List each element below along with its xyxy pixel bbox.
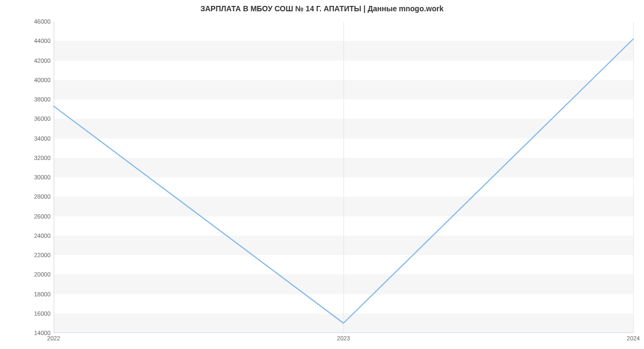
y-tick-label: 24000	[2, 232, 50, 239]
y-tick-label: 14000	[2, 330, 50, 336]
y-tick-label: 26000	[2, 213, 50, 220]
y-tick-label: 38000	[2, 96, 50, 103]
y-tick-label: 42000	[2, 57, 50, 64]
y-tick-label: 16000	[2, 310, 50, 317]
y-tick-label: 34000	[2, 135, 50, 142]
y-tick-label: 44000	[2, 38, 50, 44]
y-tick-label: 46000	[2, 18, 50, 25]
y-tick-label: 36000	[2, 115, 50, 122]
x-tick-label: 2023	[337, 335, 350, 341]
y-tick-label: 32000	[2, 155, 50, 161]
salary-line-chart: ЗАРПЛАТА В МБОУ СОШ № 14 Г. АПАТИТЫ | Да…	[0, 0, 644, 349]
y-tick-label: 28000	[2, 193, 50, 200]
x-tick-label: 2022	[47, 335, 60, 341]
plot-area	[54, 21, 633, 333]
y-tick-label: 30000	[2, 174, 50, 180]
y-tick-label: 18000	[2, 291, 50, 297]
y-tick-label: 40000	[2, 77, 50, 83]
data-line	[54, 21, 633, 333]
y-tick-label: 20000	[2, 271, 50, 278]
y-tick-label: 22000	[2, 252, 50, 258]
x-tick-label: 2024	[627, 335, 640, 341]
chart-title: ЗАРПЛАТА В МБОУ СОШ № 14 Г. АПАТИТЫ | Да…	[0, 4, 644, 13]
x-gridline	[633, 21, 634, 333]
